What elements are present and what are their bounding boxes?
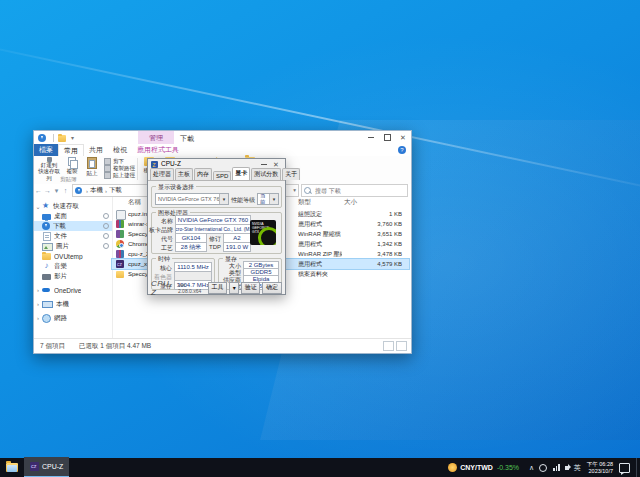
tray-settings-icon[interactable] [539,464,547,472]
sidebar-item-network[interactable]: › 網路 [34,313,112,323]
cpuz-window: CPU-Z ✕ 处理器 主板 内存 SPD 显卡 测试分数 关于 显示设备选择 … [147,158,286,295]
downloads-qat-icon [38,134,46,142]
clock-time: 下午 06:28 [587,461,613,468]
sidebar-item-ovutemp[interactable]: OVUtemp [34,251,112,261]
expand-icon[interactable]: › [34,315,42,321]
this-pc-icon [42,301,53,308]
gpu-name-label: 名称 [153,217,173,226]
paste-shortcut-button[interactable]: 貼上捷徑 [104,172,135,179]
gpu-tech-label: 工艺 [153,244,173,253]
tab-spd[interactable]: SPD [213,171,231,180]
address-dropdown-icon[interactable]: ▾ [293,188,296,194]
tab-share[interactable]: 共用 [84,144,108,156]
display-selection-group: 显示设备选择 NVIDIA GeForce GTX 760 ▾ 性能等级 当前 … [151,186,282,208]
recent-locations-button[interactable]: ▾ [52,187,61,194]
taskbar-explorer-button[interactable] [2,458,22,477]
tab-mainboard[interactable]: 主板 [175,168,193,180]
cpuz-title: CPU-Z [161,161,181,168]
tab-bench[interactable]: 测试分数 [251,168,281,180]
minimize-icon [368,137,374,138]
search-input[interactable] [313,187,405,195]
explorer-titlebar[interactable]: ▾ 管理 下載 ✕ [34,131,411,144]
cut-icon [104,158,111,165]
sidebar-item-desktop[interactable]: 桌面 [34,211,112,221]
back-button[interactable]: ← [34,187,43,194]
ok-button[interactable]: 确定 [262,282,282,294]
screen: ▾ 管理 下載 ✕ 檔案 常用 共用 檢視 應用程式工具 ? 釘選到快速存取列 [0,0,640,477]
thumbnails-view-button[interactable] [396,341,407,351]
crumb-downloads[interactable]: 下載 [109,186,122,195]
pin-to-quick-access-button[interactable]: 釘選到快速存取列 [36,157,62,181]
sidebar-item-downloads[interactable]: 下載 [34,221,112,231]
downloads-icon [42,222,50,230]
widget-pair[interactable]: CNY/TWD [460,464,493,471]
onedrive-icon [42,286,51,294]
close-button[interactable]: ✕ [395,131,411,144]
copy-path-button[interactable]: 複製路徑 [104,165,135,172]
crumb-this-pc[interactable]: 本機 [90,186,103,195]
tools-dropdown-button[interactable]: ▾ [229,282,239,294]
documents-icon [43,232,51,241]
sidebar-item-documents[interactable]: 文件 [34,231,112,241]
perf-level-select[interactable]: 当前 ▾ [257,193,279,205]
forward-button[interactable]: → [43,187,52,194]
core-clock-label: 核心 [152,264,172,273]
column-header-size[interactable]: 大小 [344,197,384,207]
up-button[interactable]: ↑ [61,187,70,194]
clock[interactable]: 下午 06:28 2023/10/7 [587,461,613,474]
tab-graphics[interactable]: 显卡 [232,167,250,180]
perf-level-label: 性能等级 [229,196,255,205]
tab-view[interactable]: 檢視 [108,144,132,156]
widget-change[interactable]: -0.35% [497,464,519,471]
tools-button[interactable]: 工具 [208,282,228,294]
contextual-group-label: 管理 [138,131,174,144]
volume-icon[interactable] [565,466,569,470]
taskbar: CPU-Z CNY/TWD -0.35% ∧ 英 下午 06:28 2023/1… [0,458,640,477]
sidebar-item-music[interactable]: ♪ 音樂 [34,261,112,271]
tray-expand-button[interactable]: ∧ [529,464,534,471]
tab-about[interactable]: 关于 [282,168,300,180]
sidebar-item-videos[interactable]: 影片 [34,271,112,281]
downloads-crumb-icon [75,187,82,194]
nvidia-swoosh-icon [258,227,276,245]
details-view-button[interactable] [383,341,394,351]
expand-icon[interactable]: ⌄ [34,203,42,210]
cut-button[interactable]: 剪下 [104,158,124,165]
ime-indicator[interactable]: 英 [574,464,581,471]
window-title: 下載 [180,134,194,144]
gpu-group: 图形处理器 名称 NVIDIA GeForce GTX 760 板卡品牌 Mic… [151,212,282,254]
show-desktop-button[interactable] [636,458,640,477]
tab-app-tools[interactable]: 應用程式工具 [132,144,184,156]
network-icon[interactable] [552,464,560,471]
display-device-select[interactable]: NVIDIA GeForce GTX 760 ▾ [155,193,229,205]
sidebar-item-pictures[interactable]: 圖片 [34,241,112,251]
cpuz-footer: CPU-Z Ver. 2.08.0.x64 工具 ▾ 验证 确定 [148,281,285,294]
action-center-icon[interactable] [619,463,630,473]
navigation-pane: ⌄ ★ 快速存取 桌面 下載 文件 圖片 [34,197,113,339]
help-icon[interactable]: ? [398,146,406,154]
chrome-icon [116,240,124,248]
tab-memory[interactable]: 内存 [194,168,212,180]
folder-icon [116,271,124,278]
column-header-type[interactable]: 類型 [298,197,338,207]
cpuz-tabs: 处理器 主板 内存 SPD 显卡 测试分数 关于 [150,170,283,180]
folder-icon [42,253,51,260]
qat-customize-icon[interactable]: ▾ [71,135,74,141]
minimize-button[interactable] [363,131,379,144]
expand-icon[interactable]: › [34,301,42,307]
sidebar-item-this-pc[interactable]: › 本機 [34,299,112,309]
search-box[interactable] [301,184,408,197]
cpuz-logo: CPU-Z [151,279,175,297]
validate-button[interactable]: 验证 [241,282,260,294]
maximize-icon [384,134,391,141]
paste-button[interactable]: 貼上 [82,157,102,181]
maximize-button[interactable] [379,131,395,144]
tab-cpu[interactable]: 处理器 [150,168,174,180]
folder-qat-icon[interactable] [58,135,66,142]
taskbar-cpuz-button[interactable]: CPU-Z [24,457,69,477]
ribbon-separator [137,158,138,180]
tab-file[interactable]: 檔案 [34,144,58,156]
expand-icon[interactable]: › [34,287,42,293]
sidebar-item-onedrive[interactable]: › OneDrive [34,285,112,295]
sidebar-quick-access[interactable]: ⌄ ★ 快速存取 [34,201,112,211]
